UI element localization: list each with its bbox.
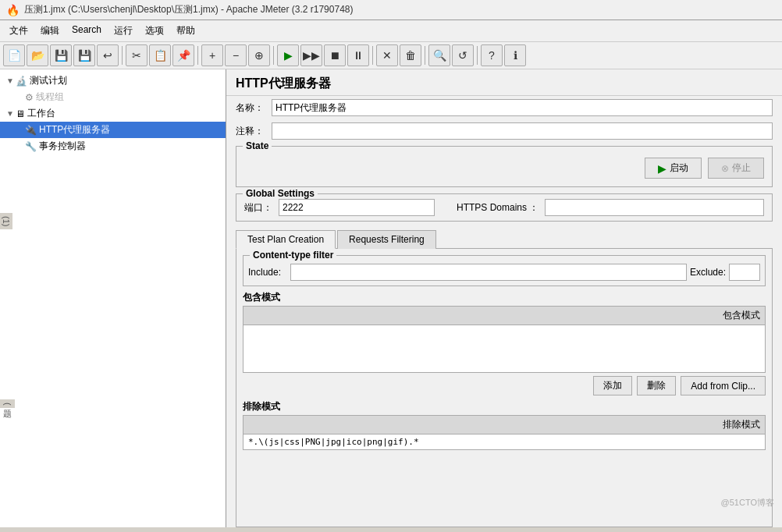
remove-button[interactable]: − [225, 44, 247, 66]
plan-icon: 🔬 [16, 76, 27, 87]
include-pattern-buttons: 添加 删除 Add from Clip... [243, 376, 766, 395]
separator-2 [197, 46, 198, 65]
add-from-clipboard-btn[interactable]: Add from Clip... [681, 376, 766, 395]
exclude-patterns-title: 排除模式 [243, 400, 766, 413]
include-patterns-table: 包含模式 [243, 306, 766, 373]
separator-3 [273, 46, 274, 65]
about-button[interactable]: ℹ [504, 44, 526, 66]
separator-4 [372, 46, 373, 65]
run-button[interactable]: ▶ [277, 44, 299, 66]
open-button[interactable]: 📂 [27, 44, 48, 66]
tab-requests-filtering[interactable]: Requests Filtering [337, 230, 436, 249]
menu-search[interactable]: Search [66, 22, 108, 40]
tabs-container: Test Plan Creation Requests Filtering [236, 229, 773, 248]
global-row: 端口： HTTPS Domains ： [244, 199, 764, 216]
name-input[interactable] [272, 99, 773, 116]
tree-item-thread-group[interactable]: ⚙ 线程组 [0, 89, 226, 105]
revert-button[interactable]: ↩ [97, 44, 119, 66]
watermark: @51CTO博客 [721, 497, 774, 509]
add-include-btn[interactable]: 添加 [593, 376, 632, 395]
port-input[interactable] [279, 199, 435, 216]
add-button[interactable]: + [201, 44, 223, 66]
paste-button[interactable]: 📌 [172, 44, 194, 66]
tab-content: Content-type filter Include: Exclude: 包含… [236, 248, 773, 527]
stop-button[interactable]: ⏹ [324, 44, 346, 66]
content-type-filter: Content-type filter Include: Exclude: [243, 255, 766, 286]
menu-edit[interactable]: 编辑 [34, 22, 66, 40]
panel-title: HTTP代理服务器 [226, 69, 782, 96]
menu-bar: 文件 编辑 Search 运行 选项 帮助 [0, 20, 782, 42]
start-label: 启动 [670, 161, 688, 175]
include-patterns-body [243, 325, 765, 372]
tree-item-test-plan[interactable]: ▼ 🔬 测试计划 [0, 73, 226, 89]
comment-row: 注释： [226, 119, 782, 143]
reset-button[interactable]: ↺ [452, 44, 474, 66]
state-section: State ▶ 启动 ⊗ 停止 [236, 146, 773, 187]
exclusion-row-0: *.\(js|css|PNG|jpg|ico|png|gif).* [243, 434, 765, 449]
exclude-label: Exclude: [690, 267, 726, 278]
exclude-input[interactable] [729, 264, 760, 281]
left-panel: ▼ 🔬 测试计划 ⚙ 线程组 ▼ 🖥 工作台 [0, 69, 226, 527]
expand-arrow[interactable]: ▼ [6, 76, 16, 85]
menu-file[interactable]: 文件 [3, 22, 34, 40]
filter-legend: Content-type filter [250, 250, 336, 261]
clear-button[interactable]: ✕ [376, 44, 398, 66]
state-buttons: ▶ 启动 ⊗ 停止 [241, 151, 767, 182]
title-bar: 🔥 压测1.jmx (C:\Users\chenjl\Desktop\压测1.j… [0, 0, 782, 20]
expand-arrow[interactable]: ▼ [6, 109, 16, 118]
stop-button[interactable]: ⊗ 停止 [708, 158, 764, 179]
separator-1 [122, 46, 123, 65]
toolbar: 📄 📂 💾 💾 ↩ ✂ 📋 📌 + − ⊕ ▶ ▶▶ ⏹ ⏸ ✕ 🗑 🔍 ↺ ?… [0, 42, 782, 69]
tree-item-transaction-controller[interactable]: 🔧 事务控制器 [0, 138, 226, 154]
tree-container: ▼ 🔬 测试计划 ⚙ 线程组 ▼ 🖥 工作台 [0, 69, 226, 158]
separator-5 [425, 46, 425, 65]
exclude-patterns-table: 排除模式 *.\(js|css|PNG|jpg|ico|png|gif).* [243, 415, 766, 450]
tree-label: 线程组 [36, 90, 64, 104]
include-input[interactable] [290, 264, 687, 281]
tree-label: HTTP代理服务器 [39, 123, 110, 137]
comment-label: 注释： [236, 125, 267, 138]
stop-icon: ⊗ [721, 163, 729, 174]
search-button[interactable]: 🔍 [428, 44, 450, 66]
name-label: 名称： [236, 101, 267, 115]
new-button[interactable]: 📄 [3, 44, 25, 66]
expand-button[interactable]: ⊕ [248, 44, 270, 66]
separator-6 [477, 46, 478, 65]
state-legend: State [243, 140, 272, 151]
stop-label: 停止 [732, 161, 751, 175]
port-label: 端口： [244, 201, 272, 215]
tab-test-plan-creation[interactable]: Test Plan Creation [236, 230, 336, 249]
menu-run[interactable]: 运行 [108, 22, 139, 40]
shutdown-button[interactable]: ⏸ [347, 44, 369, 66]
exclude-patterns-header: 排除模式 [243, 416, 765, 434]
exclude-patterns-section: 排除模式 排除模式 *.\(js|css|PNG|jpg|ico|png|gif… [243, 400, 766, 450]
save-button[interactable]: 💾 [50, 44, 72, 66]
help-button[interactable]: ? [481, 44, 503, 66]
https-input[interactable] [545, 199, 764, 216]
cut-button[interactable]: ✂ [126, 44, 148, 66]
workbench-icon: 🖥 [16, 108, 25, 119]
include-patterns-header: 包含模式 [243, 307, 765, 325]
include-patterns-section: 包含模式 包含模式 添加 删除 Add from Clip... [243, 291, 766, 395]
comment-input[interactable] [272, 122, 773, 140]
start-button[interactable]: ▶ 启动 [645, 158, 702, 179]
app-icon: 🔥 [6, 4, 20, 16]
https-label: HTTPS Domains ： [457, 201, 539, 215]
tree-label: 测试计划 [30, 74, 67, 87]
side-label-2: 题( [0, 399, 15, 409]
include-patterns-title: 包含模式 [243, 291, 766, 304]
menu-options[interactable]: 选项 [139, 22, 170, 40]
tree-item-workbench[interactable]: ▼ 🖥 工作台 [0, 105, 226, 122]
name-row: 名称： [226, 96, 782, 119]
menu-help[interactable]: 帮助 [170, 22, 201, 40]
tree-label: 事务控制器 [39, 140, 86, 153]
save-as-button[interactable]: 💾 [73, 44, 95, 66]
clear-all-button[interactable]: 🗑 [400, 44, 421, 66]
delete-include-btn[interactable]: 删除 [637, 376, 676, 395]
tree-label: 工作台 [27, 107, 55, 120]
right-panel: HTTP代理服务器 名称： 注释： State ▶ 启动 ⊗ 停止 [226, 69, 782, 527]
run-no-pause-button[interactable]: ▶▶ [300, 44, 322, 66]
global-settings-section: Global Settings 端口： HTTPS Domains ： [236, 193, 773, 222]
copy-button[interactable]: 📋 [149, 44, 171, 66]
tree-item-http-proxy[interactable]: 🔌 HTTP代理服务器 [0, 122, 226, 138]
